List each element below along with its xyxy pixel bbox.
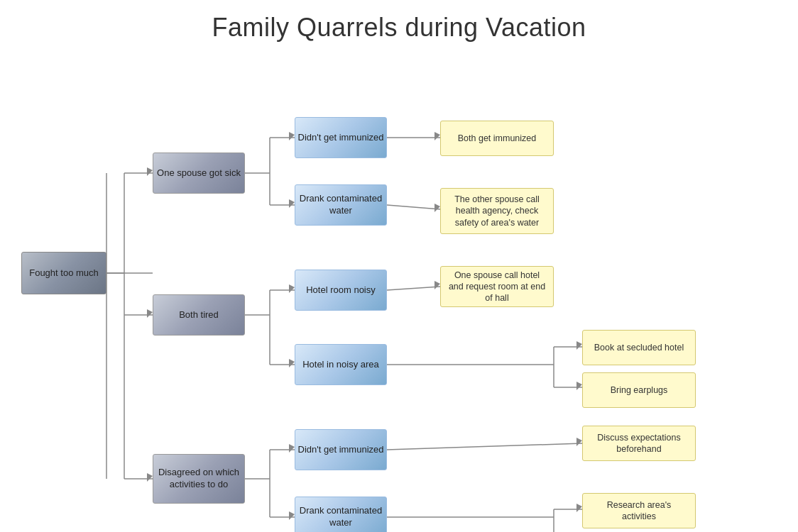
svg-marker-46 (576, 438, 582, 446)
diagram: Fought too much One spouse got sick Both… (0, 50, 798, 532)
svg-line-21 (387, 205, 440, 209)
svg-marker-35 (289, 132, 295, 140)
svg-line-22 (387, 287, 440, 290)
node-l3-1: Didn't get immunized (295, 117, 387, 158)
node-l2-3: Disagreed on which activities to do (153, 454, 245, 504)
svg-line-27 (387, 443, 582, 450)
svg-marker-32 (147, 167, 153, 176)
svg-marker-42 (434, 204, 440, 212)
node-l4-5: Bring earplugs (582, 372, 696, 408)
node-l3-3: Hotel room noisy (295, 270, 387, 311)
svg-marker-45 (576, 382, 582, 390)
svg-marker-39 (289, 444, 295, 453)
node-l4-1: Both get immunized (440, 121, 554, 156)
node-l3-4: Hotel in noisy area (295, 344, 387, 385)
node-l4-3: One spouse call hotel and request room a… (440, 266, 554, 307)
node-l3-5: Didn't get immunized (295, 429, 387, 470)
node-l2-2: Both tired (153, 294, 245, 336)
svg-marker-36 (289, 199, 295, 208)
svg-marker-40 (289, 511, 295, 520)
svg-marker-33 (147, 309, 153, 318)
node-l3-2: Drank contaminated water (295, 184, 387, 226)
node-root: Fought too much (21, 252, 106, 294)
svg-marker-38 (289, 359, 295, 367)
node-l4-7: Research area's activities (582, 493, 696, 528)
node-l4-4: Book at secluded hotel (582, 330, 696, 365)
svg-marker-43 (434, 281, 440, 289)
svg-marker-47 (576, 504, 582, 512)
svg-marker-34 (147, 473, 153, 482)
page-title: Family Quarrels during Vacation (0, 0, 798, 50)
svg-marker-37 (289, 284, 295, 293)
svg-marker-44 (576, 341, 582, 350)
node-l4-2: The other spouse call health agency, che… (440, 188, 554, 234)
node-l4-6: Discuss expectations beforehand (582, 426, 696, 461)
svg-marker-41 (434, 132, 440, 140)
node-l3-6: Drank contaminated water (295, 497, 387, 532)
node-l2-1: One spouse got sick (153, 153, 245, 194)
